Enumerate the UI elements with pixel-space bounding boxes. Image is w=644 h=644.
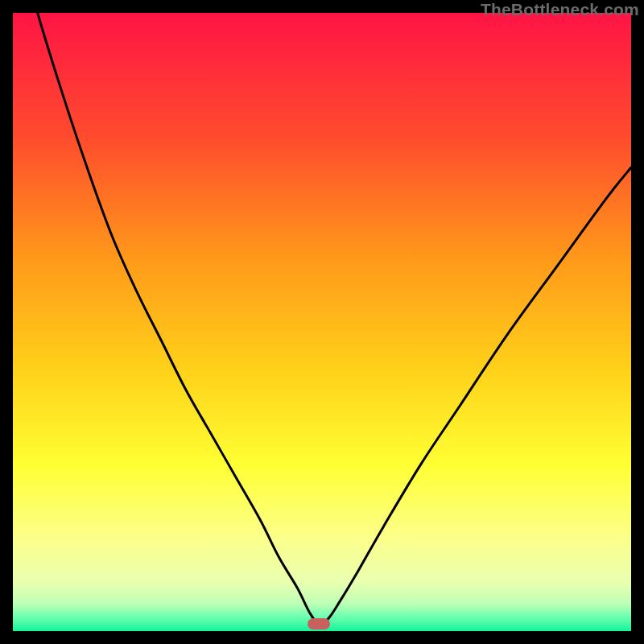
optimum-marker (308, 618, 330, 630)
bottleneck-curve (13, 13, 631, 631)
chart-frame: TheBottleneck.com (0, 0, 644, 644)
plot-area (13, 13, 631, 631)
watermark-text: TheBottleneck.com (481, 0, 639, 19)
